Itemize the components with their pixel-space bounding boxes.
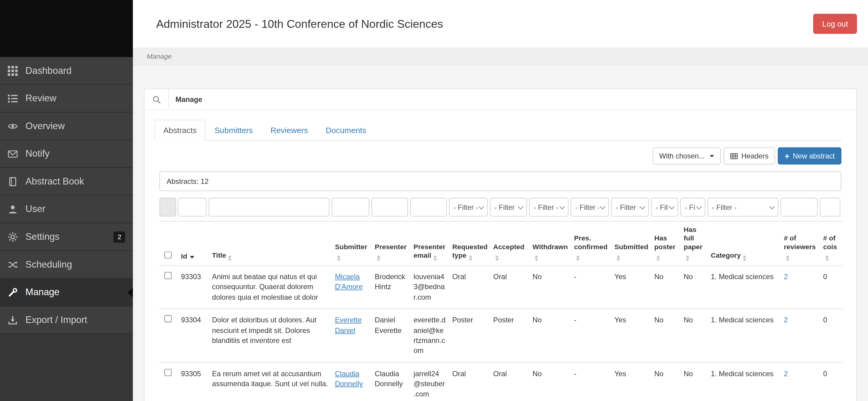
- sidebar-item-review[interactable]: Review: [0, 85, 133, 113]
- sidebar-item-export-import[interactable]: Export / Import: [0, 306, 133, 334]
- chevron-down-icon: [559, 203, 565, 209]
- accepted-cell: Oral: [490, 265, 529, 309]
- submitter-link[interactable]: Everette Daniel: [335, 316, 362, 334]
- submitter-link[interactable]: Micaela D'Amore: [335, 273, 363, 291]
- logout-button[interactable]: Log out: [813, 14, 857, 34]
- submitter-link[interactable]: Claudia Donnelly: [335, 369, 363, 388]
- column-header-accepted[interactable]: Accepted: [490, 221, 529, 265]
- content-area: Manage Abstracts Submitters Reviewers Do…: [133, 65, 868, 401]
- title-cell: Dolor et doloribus ut dolores. Aut nesci…: [209, 309, 332, 362]
- sidebar-item-label: Export / Import: [25, 314, 87, 325]
- column-header-has-full-paper[interactable]: Has full paper: [680, 221, 708, 265]
- withdrawn-filter-select[interactable]: - Filter -: [529, 198, 568, 217]
- envelope-icon: [8, 149, 18, 159]
- column-header-submitter[interactable]: Submitter: [332, 221, 371, 265]
- tab-submitters[interactable]: Submitters: [206, 120, 262, 141]
- column-header-presenter[interactable]: Presenter: [371, 221, 410, 265]
- requested-type-cell: Oral: [449, 363, 490, 401]
- cois-cell: 0: [820, 265, 843, 309]
- column-header-pres-confirmed[interactable]: Pres. confirmed: [571, 221, 611, 265]
- sidebar-item-user[interactable]: User: [0, 196, 133, 224]
- sort-icon: [469, 255, 472, 261]
- book-icon: [8, 176, 18, 186]
- sort-icon: [617, 255, 620, 261]
- row-checkbox[interactable]: [164, 315, 172, 322]
- column-header-id[interactable]: Id: [178, 221, 209, 265]
- submitter-filter-input[interactable]: [332, 198, 369, 217]
- sort-icon: [228, 255, 231, 261]
- has-poster-filter-select[interactable]: - Filter -: [651, 198, 678, 217]
- with-chosen-dropdown[interactable]: With chosen...: [653, 147, 721, 165]
- sidebar-item-dashboard[interactable]: Dashboard: [0, 57, 133, 85]
- reviewers-count-link[interactable]: 2: [784, 316, 788, 324]
- pres-confirmed-filter-select[interactable]: - Filter -: [571, 198, 609, 217]
- row-checkbox[interactable]: [164, 272, 172, 279]
- presenter-email-cell: jarrell24@steuber.com: [410, 363, 449, 401]
- sidebar-item-settings[interactable]: Settings 2: [0, 223, 133, 251]
- gear-icon: [8, 232, 18, 241]
- column-header-requested-type[interactable]: Requested type: [449, 221, 490, 265]
- category-filter-select[interactable]: - Filter -: [707, 198, 778, 217]
- presenter-filter-input[interactable]: [371, 198, 408, 217]
- select-all-checkbox[interactable]: [164, 251, 172, 259]
- presenter-cell: Claudia Donnelly: [371, 363, 410, 401]
- column-header-reviewers[interactable]: # of reviewers: [780, 221, 820, 265]
- column-header-has-poster[interactable]: Has poster: [651, 221, 680, 265]
- sort-icon: [786, 255, 789, 261]
- new-abstract-button[interactable]: New abstract: [778, 147, 841, 165]
- search-icon[interactable]: [144, 89, 169, 110]
- sidebar-item-manage[interactable]: Manage: [0, 279, 133, 306]
- row-checkbox[interactable]: [164, 369, 172, 376]
- cois-filter-input[interactable]: [820, 198, 840, 217]
- has-full-paper-filter-select[interactable]: - Filter -: [680, 198, 705, 217]
- chevron-down-icon: [696, 203, 702, 209]
- sort-desc-icon: [190, 256, 194, 258]
- reviewers-count-link[interactable]: 2: [784, 273, 788, 281]
- grid-icon: [8, 66, 18, 76]
- id-filter-input[interactable]: [178, 198, 206, 217]
- sidebar-item-notify[interactable]: Notify: [0, 140, 133, 168]
- page-title: Administrator 2025 - 10th Conference of …: [156, 17, 443, 31]
- column-header-withdrawn[interactable]: Withdrawn: [529, 221, 570, 265]
- headers-button[interactable]: Headers: [724, 147, 775, 165]
- settings-badge: 2: [114, 231, 125, 242]
- has-poster-cell: No: [651, 265, 680, 309]
- breadcrumb: Manage: [133, 48, 868, 66]
- chevron-down-icon: [669, 203, 674, 209]
- requested-type-filter-select[interactable]: - Filter -: [449, 198, 488, 217]
- sidebar-item-label: Abstract Book: [25, 176, 84, 187]
- id-cell: 93303: [178, 265, 209, 309]
- abstracts-table: - Filter - - Filter - - Filter - - Filte…: [159, 198, 843, 401]
- column-header-category[interactable]: Category: [707, 221, 780, 265]
- new-abstract-label: New abstract: [793, 152, 835, 160]
- sidebar-item-scheduling[interactable]: Scheduling: [0, 251, 133, 279]
- column-header-presenter-email[interactable]: Presenter email: [410, 221, 449, 265]
- top-header: Administrator 2025 - 10th Conference of …: [133, 0, 868, 48]
- category-cell: 1. Medical sciences: [707, 363, 780, 401]
- tab-reviewers[interactable]: Reviewers: [262, 120, 317, 141]
- eye-icon: [8, 121, 18, 131]
- has-full-paper-cell: No: [680, 265, 708, 309]
- cois-cell: 0: [820, 309, 843, 362]
- presenter-email-filter-input[interactable]: [410, 198, 447, 217]
- column-header-submitted[interactable]: Submitted: [611, 221, 651, 265]
- title-filter-input[interactable]: [209, 198, 330, 217]
- tab-documents[interactable]: Documents: [317, 120, 375, 141]
- reviewers-count-link[interactable]: 2: [784, 369, 788, 377]
- reviewers-filter-input[interactable]: [780, 198, 817, 217]
- submitted-filter-select[interactable]: - Filter -: [611, 198, 649, 217]
- title-cell: Ea rerum amet vel at accusantium assumen…: [209, 363, 332, 401]
- download-icon: [8, 315, 18, 325]
- accepted-filter-select[interactable]: - Filter -: [490, 198, 527, 217]
- pres-confirmed-cell: -: [571, 309, 611, 362]
- sort-icon: [337, 255, 340, 261]
- sort-icon: [686, 255, 689, 261]
- sidebar-item-abstract-book[interactable]: Abstract Book: [0, 168, 133, 196]
- checkbox-filter-placeholder: [159, 198, 176, 217]
- has-full-paper-cell: No: [680, 363, 708, 401]
- sidebar-item-overview[interactable]: Overview: [0, 113, 133, 140]
- tab-abstracts[interactable]: Abstracts: [154, 120, 205, 141]
- sort-icon: [495, 255, 499, 261]
- column-header-title[interactable]: Title: [209, 221, 332, 265]
- column-header-cois[interactable]: # of cois: [820, 221, 843, 265]
